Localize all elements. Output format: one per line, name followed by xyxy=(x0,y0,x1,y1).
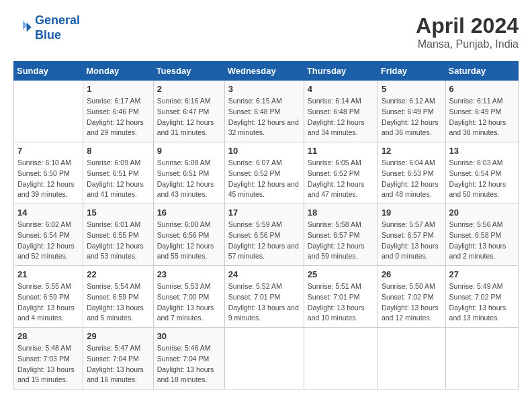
day-number: 15 xyxy=(87,208,149,218)
cell-week5-day6 xyxy=(378,328,445,390)
cell-week3-day1: 14Sunrise: 6:02 AMSunset: 6:54 PMDayligh… xyxy=(14,204,83,266)
day-number: 21 xyxy=(17,269,79,279)
day-detail: Sunrise: 6:02 AMSunset: 6:54 PMDaylight:… xyxy=(17,220,79,262)
cell-week4-day3: 23Sunrise: 5:53 AMSunset: 7:00 PMDayligh… xyxy=(153,266,224,328)
day-number: 12 xyxy=(382,146,442,156)
cell-week1-day4: 3Sunrise: 6:15 AMSunset: 6:48 PMDaylight… xyxy=(224,81,304,142)
header-saturday: Saturday xyxy=(445,62,518,81)
day-number: 4 xyxy=(308,84,374,94)
header-monday: Monday xyxy=(83,62,153,81)
day-detail: Sunrise: 5:51 AMSunset: 7:01 PMDaylight:… xyxy=(308,281,374,324)
day-detail: Sunrise: 6:08 AMSunset: 6:51 PMDaylight:… xyxy=(157,158,221,200)
logo-line1: General xyxy=(35,13,80,27)
cell-week4-day5: 25Sunrise: 5:51 AMSunset: 7:01 PMDayligh… xyxy=(304,266,378,328)
day-detail: Sunrise: 5:52 AMSunset: 7:01 PMDaylight:… xyxy=(228,281,300,324)
week-row-2: 7Sunrise: 6:10 AMSunset: 6:50 PMDaylight… xyxy=(14,142,519,204)
cell-week5-day2: 29Sunrise: 5:47 AMSunset: 7:04 PMDayligh… xyxy=(83,328,153,390)
cell-week1-day6: 5Sunrise: 6:12 AMSunset: 6:49 PMDaylight… xyxy=(378,81,445,142)
day-number: 19 xyxy=(382,208,442,218)
header-wednesday: Wednesday xyxy=(224,62,304,81)
header-row: Sunday Monday Tuesday Wednesday Thursday… xyxy=(14,62,519,81)
calendar-table: Sunday Monday Tuesday Wednesday Thursday… xyxy=(13,61,519,390)
cell-week3-day5: 18Sunrise: 5:58 AMSunset: 6:57 PMDayligh… xyxy=(304,204,378,266)
day-detail: Sunrise: 6:09 AMSunset: 6:51 PMDaylight:… xyxy=(87,158,149,200)
day-detail: Sunrise: 6:12 AMSunset: 6:49 PMDaylight:… xyxy=(382,96,442,138)
day-number: 27 xyxy=(449,269,515,279)
calendar-title: April 2024 xyxy=(416,13,519,38)
day-detail: Sunrise: 6:16 AMSunset: 6:47 PMDaylight:… xyxy=(157,96,221,138)
cell-week2-day4: 10Sunrise: 6:07 AMSunset: 6:52 PMDayligh… xyxy=(224,142,304,204)
logo-text: General Blue xyxy=(35,13,80,42)
day-number: 25 xyxy=(308,269,374,279)
cell-week1-day2: 1Sunrise: 6:17 AMSunset: 6:46 PMDaylight… xyxy=(83,81,153,142)
day-detail: Sunrise: 5:55 AMSunset: 6:59 PMDaylight:… xyxy=(17,281,79,324)
cell-week4-day7: 27Sunrise: 5:49 AMSunset: 7:02 PMDayligh… xyxy=(445,266,518,328)
day-detail: Sunrise: 5:49 AMSunset: 7:02 PMDaylight:… xyxy=(449,281,515,324)
cell-week4-day1: 21Sunrise: 5:55 AMSunset: 6:59 PMDayligh… xyxy=(14,266,83,328)
day-number: 1 xyxy=(87,84,149,94)
day-detail: Sunrise: 6:04 AMSunset: 6:53 PMDaylight:… xyxy=(382,158,442,200)
header-thursday: Thursday xyxy=(304,62,378,81)
header-friday: Friday xyxy=(378,62,445,81)
calendar-body: 1Sunrise: 6:17 AMSunset: 6:46 PMDaylight… xyxy=(14,81,519,390)
day-number: 14 xyxy=(17,208,79,218)
day-detail: Sunrise: 6:03 AMSunset: 6:54 PMDaylight:… xyxy=(449,158,515,200)
cell-week1-day3: 2Sunrise: 6:16 AMSunset: 6:47 PMDaylight… xyxy=(153,81,224,142)
day-detail: Sunrise: 6:00 AMSunset: 6:56 PMDaylight:… xyxy=(157,220,221,262)
day-number: 17 xyxy=(228,208,300,218)
cell-week3-day4: 17Sunrise: 5:59 AMSunset: 6:56 PMDayligh… xyxy=(224,204,304,266)
cell-week5-day4 xyxy=(224,328,304,390)
cell-week2-day5: 11Sunrise: 6:05 AMSunset: 6:52 PMDayligh… xyxy=(304,142,378,204)
day-detail: Sunrise: 5:57 AMSunset: 6:57 PMDaylight:… xyxy=(382,220,442,262)
week-row-4: 21Sunrise: 5:55 AMSunset: 6:59 PMDayligh… xyxy=(14,266,519,328)
day-detail: Sunrise: 5:54 AMSunset: 6:59 PMDaylight:… xyxy=(87,281,149,324)
cell-week2-day6: 12Sunrise: 6:04 AMSunset: 6:53 PMDayligh… xyxy=(378,142,445,204)
cell-week5-day3: 30Sunrise: 5:46 AMSunset: 7:04 PMDayligh… xyxy=(153,328,224,390)
cell-week1-day1 xyxy=(14,81,83,142)
day-detail: Sunrise: 6:14 AMSunset: 6:48 PMDaylight:… xyxy=(308,96,374,138)
day-number: 6 xyxy=(449,84,515,94)
day-detail: Sunrise: 5:56 AMSunset: 6:58 PMDaylight:… xyxy=(449,220,515,262)
day-number: 24 xyxy=(228,269,300,279)
cell-week4-day2: 22Sunrise: 5:54 AMSunset: 6:59 PMDayligh… xyxy=(83,266,153,328)
header-sunday: Sunday xyxy=(14,62,83,81)
cell-week3-day2: 15Sunrise: 6:01 AMSunset: 6:55 PMDayligh… xyxy=(83,204,153,266)
day-detail: Sunrise: 5:48 AMSunset: 7:03 PMDaylight:… xyxy=(17,343,79,385)
day-detail: Sunrise: 5:46 AMSunset: 7:04 PMDaylight:… xyxy=(157,343,221,385)
day-number: 2 xyxy=(157,84,221,94)
day-number: 30 xyxy=(157,331,221,341)
cell-week3-day3: 16Sunrise: 6:00 AMSunset: 6:56 PMDayligh… xyxy=(153,204,224,266)
day-detail: Sunrise: 5:59 AMSunset: 6:56 PMDaylight:… xyxy=(228,220,300,262)
logo-icon xyxy=(13,19,32,38)
cell-week3-day6: 19Sunrise: 5:57 AMSunset: 6:57 PMDayligh… xyxy=(378,204,445,266)
day-number: 29 xyxy=(87,331,149,341)
day-number: 26 xyxy=(382,269,442,279)
logo-line2: Blue xyxy=(35,28,61,42)
day-number: 3 xyxy=(228,84,300,94)
header-tuesday: Tuesday xyxy=(153,62,224,81)
day-detail: Sunrise: 6:10 AMSunset: 6:50 PMDaylight:… xyxy=(17,158,79,200)
calendar-header: Sunday Monday Tuesday Wednesday Thursday… xyxy=(14,62,519,81)
cell-week2-day1: 7Sunrise: 6:10 AMSunset: 6:50 PMDaylight… xyxy=(14,142,83,204)
day-number: 28 xyxy=(17,331,79,341)
day-number: 13 xyxy=(449,146,515,156)
week-row-1: 1Sunrise: 6:17 AMSunset: 6:46 PMDaylight… xyxy=(14,81,519,142)
day-detail: Sunrise: 6:15 AMSunset: 6:48 PMDaylight:… xyxy=(228,96,300,138)
day-number: 22 xyxy=(87,269,149,279)
day-detail: Sunrise: 6:05 AMSunset: 6:52 PMDaylight:… xyxy=(308,158,374,200)
day-number: 16 xyxy=(157,208,221,218)
cell-week1-day7: 6Sunrise: 6:11 AMSunset: 6:49 PMDaylight… xyxy=(445,81,518,142)
day-number: 11 xyxy=(308,146,374,156)
day-number: 23 xyxy=(157,269,221,279)
page-header: General Blue April 2024 Mansa, Punjab, I… xyxy=(13,13,519,50)
day-detail: Sunrise: 6:07 AMSunset: 6:52 PMDaylight:… xyxy=(228,158,300,200)
cell-week2-day3: 9Sunrise: 6:08 AMSunset: 6:51 PMDaylight… xyxy=(153,142,224,204)
day-number: 9 xyxy=(157,146,221,156)
cell-week3-day7: 20Sunrise: 5:56 AMSunset: 6:58 PMDayligh… xyxy=(445,204,518,266)
day-number: 18 xyxy=(308,208,374,218)
cell-week5-day1: 28Sunrise: 5:48 AMSunset: 7:03 PMDayligh… xyxy=(14,328,83,390)
day-detail: Sunrise: 6:01 AMSunset: 6:55 PMDaylight:… xyxy=(87,220,149,262)
day-number: 8 xyxy=(87,146,149,156)
cell-week4-day6: 26Sunrise: 5:50 AMSunset: 7:02 PMDayligh… xyxy=(378,266,445,328)
day-detail: Sunrise: 5:47 AMSunset: 7:04 PMDaylight:… xyxy=(87,343,149,385)
